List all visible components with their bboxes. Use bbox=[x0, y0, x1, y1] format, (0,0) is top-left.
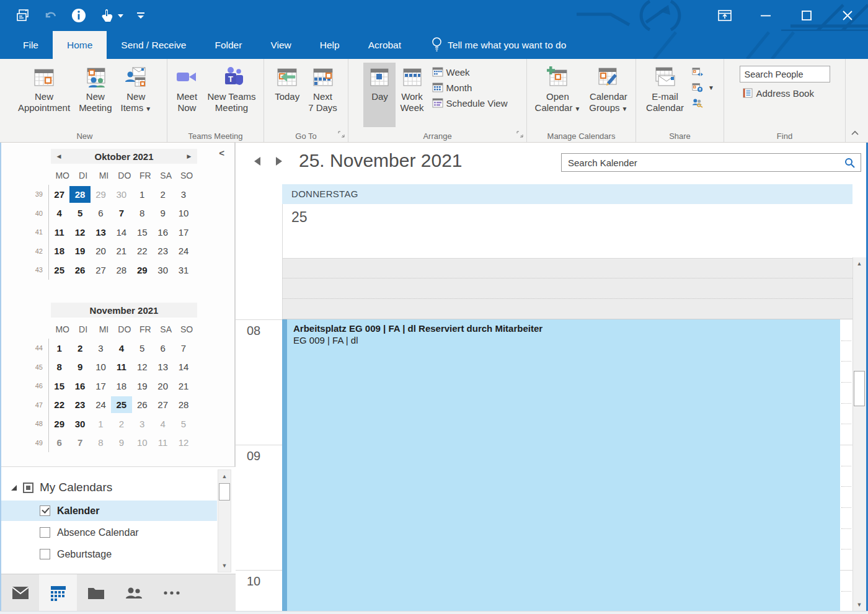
mini-calendar-day[interactable]: 29 bbox=[49, 416, 69, 432]
today-button[interactable]: Today bbox=[270, 63, 304, 127]
mini-calendar-day[interactable]: 1 bbox=[49, 340, 69, 357]
scrollbar-thumb[interactable] bbox=[854, 371, 865, 406]
share-calendar-button[interactable] bbox=[689, 65, 717, 79]
mini-calendar-day[interactable]: 8 bbox=[49, 358, 69, 375]
mini-calendar-day[interactable]: 30 bbox=[111, 186, 131, 203]
mini-calendar-day[interactable]: 12 bbox=[173, 434, 193, 451]
mini-calendar-day[interactable]: 5 bbox=[173, 416, 193, 432]
scrollbar-thumb[interactable] bbox=[219, 483, 230, 501]
mini-calendar-day[interactable]: 16 bbox=[153, 224, 173, 241]
mini-calendar-day[interactable]: 21 bbox=[173, 378, 193, 394]
meet-now-button[interactable]: MeetNow bbox=[170, 63, 203, 127]
calendar-list-item[interactable]: Geburtstage bbox=[1, 544, 217, 564]
nav-folders[interactable] bbox=[77, 574, 115, 612]
mini-calendar-day[interactable]: 23 bbox=[153, 242, 173, 259]
mini-calendar-day[interactable]: 30 bbox=[153, 262, 173, 278]
mini-calendar-day[interactable]: 4 bbox=[111, 340, 131, 357]
new-appointment-button[interactable]: NewAppointment bbox=[14, 63, 74, 127]
checkbox-icon[interactable] bbox=[40, 549, 50, 559]
mini-calendar-day[interactable]: 17 bbox=[173, 224, 193, 241]
next-day-button[interactable] bbox=[275, 156, 283, 168]
mini-calendar-day[interactable]: 13 bbox=[91, 224, 111, 241]
address-book-button[interactable]: Address Book bbox=[740, 86, 830, 100]
mini-calendar-day[interactable]: 26 bbox=[69, 262, 90, 278]
all-day-area[interactable]: 25 bbox=[282, 204, 852, 259]
tab-help[interactable]: Help bbox=[306, 31, 354, 59]
mini-calendar-day[interactable]: 13 bbox=[153, 358, 173, 375]
search-icon[interactable] bbox=[839, 158, 861, 168]
mini-calendar-day[interactable]: 29 bbox=[91, 186, 111, 203]
mini-calendar-day[interactable]: 22 bbox=[132, 242, 153, 259]
mini-calendar-day[interactable]: 5 bbox=[132, 340, 153, 357]
mini-calendar-day[interactable]: 7 bbox=[69, 434, 90, 451]
tab-folder[interactable]: Folder bbox=[200, 31, 256, 59]
mini-calendar-day[interactable]: 16 bbox=[69, 378, 90, 394]
mini-calendar-day[interactable]: 6 bbox=[153, 340, 173, 357]
nav-mail[interactable] bbox=[1, 574, 39, 612]
month-view-button[interactable]: Month bbox=[430, 81, 510, 94]
ribbon-display-options-icon[interactable] bbox=[704, 0, 745, 31]
tab-view[interactable]: View bbox=[256, 31, 305, 59]
mini-calendar-day[interactable]: 25 bbox=[49, 262, 69, 278]
my-calendars-header[interactable]: My Calendars bbox=[11, 481, 112, 494]
work-week-button[interactable]: WorkWeek bbox=[396, 63, 428, 127]
week-view-button[interactable]: Week bbox=[430, 65, 510, 79]
mini-calendar-day[interactable]: 30 bbox=[69, 416, 90, 432]
calendar-scrollbar[interactable]: ▲ ▼ bbox=[852, 257, 866, 611]
mini-calendar-day[interactable]: 10 bbox=[132, 434, 153, 451]
mini-calendar-day[interactable]: 1 bbox=[132, 186, 153, 203]
mini-calendar-day[interactable]: 8 bbox=[132, 205, 153, 221]
new-teams-meeting-button[interactable]: T New TeamsMeeting bbox=[203, 63, 260, 127]
tab-home[interactable]: Home bbox=[53, 31, 107, 59]
mini-calendar-day[interactable]: 11 bbox=[49, 224, 69, 241]
mini-calendar-day[interactable]: 18 bbox=[111, 378, 131, 394]
email-calendar-button[interactable]: E-mailCalendar bbox=[642, 63, 688, 127]
mini-calendar-day[interactable]: 20 bbox=[91, 242, 111, 259]
non-working-hours-band[interactable] bbox=[282, 259, 852, 319]
next-month-icon[interactable]: ▶ bbox=[182, 149, 196, 164]
calendar-list-item[interactable]: Absence Calendar bbox=[1, 522, 217, 543]
scroll-down-icon[interactable]: ▼ bbox=[218, 559, 231, 572]
mini-calendar-day[interactable]: 14 bbox=[111, 224, 131, 241]
sidebar-scrollbar[interactable]: ▲ ▼ bbox=[218, 469, 231, 572]
mini-calendar-day[interactable]: 14 bbox=[173, 358, 193, 375]
mini-calendar-day[interactable]: 5 bbox=[69, 205, 90, 221]
new-items-button[interactable]: NewItems▼ bbox=[117, 63, 156, 127]
mini-calendar-day[interactable]: 10 bbox=[173, 205, 193, 221]
mini-calendar-day[interactable]: 17 bbox=[91, 378, 111, 394]
tab-send-receive[interactable]: Send / Receive bbox=[107, 31, 200, 59]
mini-calendar-day[interactable]: 24 bbox=[91, 396, 111, 413]
mini-calendar-day[interactable]: 31 bbox=[173, 262, 193, 278]
prev-month-icon[interactable]: ◀ bbox=[52, 149, 66, 164]
tab-acrobat[interactable]: Acrobat bbox=[354, 31, 415, 59]
mini-calendar-day[interactable]: 20 bbox=[153, 378, 173, 394]
mini-calendar-day[interactable]: 6 bbox=[91, 205, 111, 221]
nav-calendar[interactable] bbox=[39, 574, 77, 612]
info-icon[interactable] bbox=[71, 7, 87, 24]
search-people-input[interactable] bbox=[740, 66, 830, 82]
mini-calendar-day[interactable]: 18 bbox=[49, 242, 69, 259]
mini-calendar-day[interactable]: 11 bbox=[153, 434, 173, 451]
mini-calendar-day[interactable]: 1 bbox=[91, 416, 111, 432]
minimize-icon[interactable] bbox=[745, 0, 786, 31]
mini-calendar-day[interactable]: 9 bbox=[111, 434, 131, 451]
calendar-groups-button[interactable]: CalendarGroups▼ bbox=[585, 63, 632, 127]
mini-calendar-day[interactable]: 29 bbox=[132, 262, 153, 278]
mini-calendar-day[interactable]: 28 bbox=[173, 396, 193, 413]
mini-calendar-day[interactable]: 19 bbox=[69, 242, 90, 259]
scroll-up-icon[interactable]: ▲ bbox=[853, 257, 866, 270]
customize-quick-access-toolbar-icon[interactable] bbox=[136, 10, 146, 21]
mini-calendar-day[interactable]: 19 bbox=[132, 378, 153, 394]
mini-calendar-day[interactable]: 25 bbox=[111, 396, 131, 413]
mini-calendar-day[interactable]: 28 bbox=[69, 186, 90, 203]
mini-calendar-day[interactable]: 3 bbox=[132, 416, 153, 432]
checkbox-checked-icon[interactable] bbox=[40, 505, 50, 516]
mini-calendar-day[interactable]: 27 bbox=[91, 262, 111, 278]
mini-calendar-day[interactable]: 3 bbox=[173, 186, 193, 203]
nav-people[interactable] bbox=[115, 574, 153, 612]
day-view-button[interactable]: Day bbox=[363, 63, 396, 127]
next-7-days-button[interactable]: Next7 Days bbox=[304, 63, 342, 127]
scroll-up-icon[interactable]: ▲ bbox=[218, 470, 231, 483]
schedule-view-button[interactable]: Schedule View bbox=[430, 96, 510, 110]
mini-calendar-day[interactable]: 28 bbox=[111, 262, 131, 278]
